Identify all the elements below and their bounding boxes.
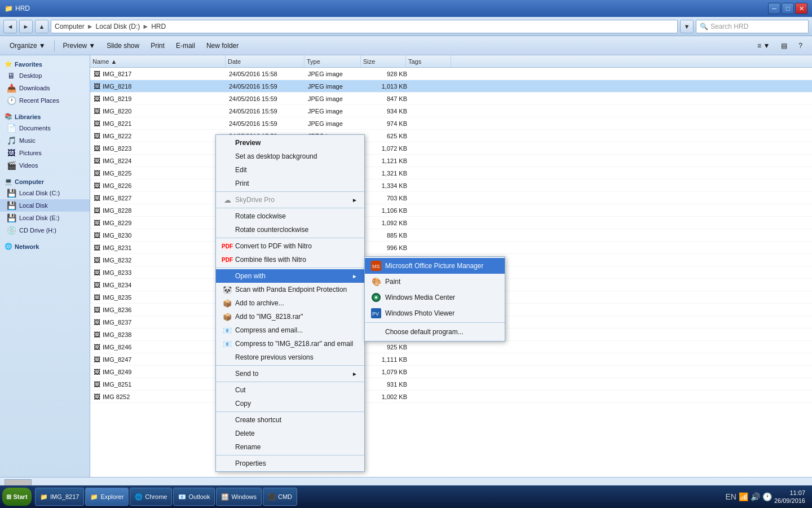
ctx-compress-email[interactable]: 📧Compress and email... [216, 323, 364, 337]
ctx-properties[interactable]: Properties [216, 457, 364, 470]
organize-button[interactable]: Organize ▼ [5, 38, 51, 53]
table-row[interactable]: 🖼 IMG_8219 24/05/2016 15:59 JPEG image 8… [90, 93, 812, 105]
ctx-rename[interactable]: Rename [216, 440, 364, 454]
new-folder-button[interactable]: New folder [201, 38, 244, 53]
ctx-scan[interactable]: 🐼Scan with Panda Endpoint Protection [216, 283, 364, 296]
table-row[interactable]: 🖼 IMG_8221 24/05/2016 15:59 JPEG image 9… [90, 117, 812, 130]
view-options-button[interactable]: ≡ ▼ [752, 38, 775, 53]
start-button[interactable]: ⊞ Start [2, 488, 32, 506]
tray-volume-icon[interactable]: 🔊 [751, 492, 760, 501]
ctx-create-shortcut[interactable]: Create shortcut [216, 413, 364, 427]
ctx-add-archive[interactable]: 📦Add to archive... [216, 296, 364, 310]
ctx-cut[interactable]: Cut [216, 383, 364, 397]
libraries-icon: 📚 [5, 113, 12, 120]
ctx-print[interactable]: Print [216, 177, 364, 190]
ctx-delete[interactable]: Delete [216, 427, 364, 440]
sidebar-item-pictures[interactable]: 🖼 Pictures [0, 147, 90, 159]
table-row[interactable]: 🖼 IMG_8218 24/05/2016 15:59 JPEG image 1… [90, 80, 812, 93]
ctx-preview[interactable]: Preview [216, 136, 364, 150]
ctx-skydrive[interactable]: ☁SkyDrive Pro► [216, 193, 364, 207]
file-name: IMG_8218 [103, 83, 131, 90]
submenu-paint[interactable]: 🎨 Paint [365, 274, 505, 290]
sidebar-favorites-header: ⭐ Favorites [0, 59, 90, 69]
preview-button[interactable]: Preview ▼ [58, 38, 101, 53]
nitro-pdf-icon: PDF [223, 242, 232, 251]
sidebar-item-documents[interactable]: 📄 Documents [0, 122, 90, 134]
sidebar-item-local-c[interactable]: 💾 Local Disk (C:) [0, 187, 90, 199]
table-row[interactable]: 🖼 IMG_8217 24/05/2016 15:58 JPEG image 9… [90, 68, 812, 80]
up-button[interactable]: ▲ [35, 20, 48, 33]
ctx-compress-rar-email[interactable]: 📧Compress to "IMG_8218.rar" and email [216, 337, 364, 351]
table-row[interactable]: 🖼 IMG_8229 25/05/2016 15:55 JPEG image 1… [90, 217, 812, 229]
help-button[interactable]: ? [793, 38, 807, 53]
sidebar-item-music[interactable]: 🎵 Music [0, 134, 90, 147]
col-header-date[interactable]: Date [226, 55, 304, 67]
preview-pane-button[interactable]: ▤ [776, 38, 792, 53]
dropdown-button[interactable]: ▼ [680, 20, 694, 33]
taskbar-app-chrome[interactable]: 🌐 Chrome [130, 488, 172, 506]
sidebar-item-downloads[interactable]: 📥 Downloads [0, 82, 90, 94]
col-header-type[interactable]: Type [304, 55, 361, 67]
ctx-desktop-bg[interactable]: Set as desktop background [216, 150, 364, 163]
maximize-button[interactable]: □ [782, 3, 794, 14]
submenu-choose-default[interactable]: Choose default program... [365, 324, 505, 340]
table-row[interactable]: 🖼 IMG_8249 26/05/2016 15:56 JPEG image 1… [90, 366, 812, 378]
table-row[interactable]: 🖼 IMG_8222 24/05/2016 15:59 JPEG image 6… [90, 130, 812, 142]
tray-lang-icon[interactable]: EN [725, 492, 736, 501]
ctx-convert-pdf[interactable]: PDFConvert to PDF with Nitro [216, 239, 364, 253]
address-path[interactable]: Computer ► Local Disk (D:) ► HRD [51, 20, 678, 33]
table-row[interactable]: 🖼 IMG_8246 26/05/2016 15:35 JPEG image 9… [90, 341, 812, 353]
tray-clock-icon[interactable]: 🕐 [762, 492, 772, 501]
search-box[interactable]: 🔍 Search HRD [696, 20, 809, 33]
taskbar-app-outlook[interactable]: 📧 Outlook [173, 488, 215, 506]
taskbar-app-1[interactable]: 📁 IMG_8217 [35, 488, 84, 506]
forward-button[interactable]: ► [19, 20, 33, 33]
sidebar-item-local-e[interactable]: 💾 Local Disk (E:) [0, 212, 90, 224]
sidebar-computer-header: 💻 Computer [0, 176, 90, 187]
table-row[interactable]: 🖼 IMG_8247 26/05/2016 15:55 JPEG image 1… [90, 353, 812, 366]
sidebar-item-local-d[interactable]: 💾 Local Disk [0, 199, 90, 212]
submenu-office-manager[interactable]: MS Microsoft Office Picture Manager [365, 258, 505, 274]
col-header-size[interactable]: Size [361, 55, 406, 67]
rotate-cw-icon [223, 212, 232, 221]
print-button[interactable]: Print [145, 38, 170, 53]
cd-label: CD Drive (H:) [19, 227, 56, 234]
table-row[interactable]: 🖼 IMG 8252 26/05/2016 15:57 JPEG image 1… [90, 391, 812, 403]
ctx-copy[interactable]: Copy [216, 397, 364, 410]
taskbar-app-explorer[interactable]: 📁 Explorer [85, 488, 129, 506]
ctx-rotate-cw[interactable]: Rotate clockwise [216, 209, 364, 223]
taskbar-app-cmd[interactable]: ⬛ CMD [263, 488, 297, 506]
ctx-rotate-ccw[interactable]: Rotate counterclockwise [216, 223, 364, 237]
slideshow-button[interactable]: Slide show [102, 38, 144, 53]
email-button[interactable]: E-mail [171, 38, 200, 53]
table-row[interactable]: 🖼 IMG_8220 24/05/2016 15:59 JPEG image 9… [90, 105, 812, 117]
sidebar-item-recent[interactable]: 🕐 Recent Places [0, 94, 90, 107]
minimize-button[interactable]: ─ [768, 3, 780, 14]
table-row[interactable]: 🖼 IMG_8228 24/05/2016 15:59 JPEG image 1… [90, 204, 812, 217]
sidebar-item-cd-h[interactable]: 💿 CD Drive (H:) [0, 224, 90, 237]
col-header-name[interactable]: Name ▲ [90, 55, 226, 67]
back-button[interactable]: ◄ [3, 20, 17, 33]
sidebar-item-desktop[interactable]: 🖥 Desktop [0, 69, 90, 82]
tray-network-icon[interactable]: 📶 [739, 492, 748, 501]
ctx-combine-nitro[interactable]: PDFCombine files with Nitro [216, 253, 364, 266]
sidebar-item-videos[interactable]: 🎬 Videos [0, 159, 90, 172]
table-row[interactable]: 🖼 IMG_8230 25/05/2016 15:55 JPEG image 8… [90, 229, 812, 242]
ctx-send-to[interactable]: Send to► [216, 367, 364, 380]
table-row[interactable]: 🖼 IMG_8226 24/05/2016 15:59 JPEG image 1… [90, 179, 812, 192]
ctx-edit[interactable]: Edit [216, 163, 364, 177]
taskbar-app-windows[interactable]: 🪟 Windows [216, 488, 262, 506]
table-row[interactable]: 🖼 IMG_8231 25/05/2016 15:55 JPEG image 9… [90, 242, 812, 254]
submenu-wmc[interactable]: Windows Media Center [365, 290, 505, 305]
table-row[interactable]: 🖼 IMG_8224 24/05/2016 15:59 JPEG image 1… [90, 155, 812, 167]
ctx-open-with[interactable]: Open with► [216, 269, 364, 283]
close-button[interactable]: ✕ [795, 3, 807, 14]
table-row[interactable]: 🖼 IMG_8223 24/05/2016 15:59 JPEG image 1… [90, 142, 812, 155]
table-row[interactable]: 🖼 IMG_8227 24/05/2016 15:59 JPEG image 7… [90, 192, 812, 204]
table-row[interactable]: 🖼 IMG_8225 24/05/2016 15:59 JPEG image 1… [90, 167, 812, 179]
table-row[interactable]: 🖼 IMG_8251 26/05/2016 15:56 JPEG image 9… [90, 378, 812, 391]
col-header-tags[interactable]: Tags [406, 55, 451, 67]
ctx-add-rar[interactable]: 📦Add to "IMG_8218.rar" [216, 310, 364, 323]
ctx-restore[interactable]: Restore previous versions [216, 351, 364, 364]
submenu-photo-viewer[interactable]: PV Windows Photo Viewer [365, 305, 505, 321]
